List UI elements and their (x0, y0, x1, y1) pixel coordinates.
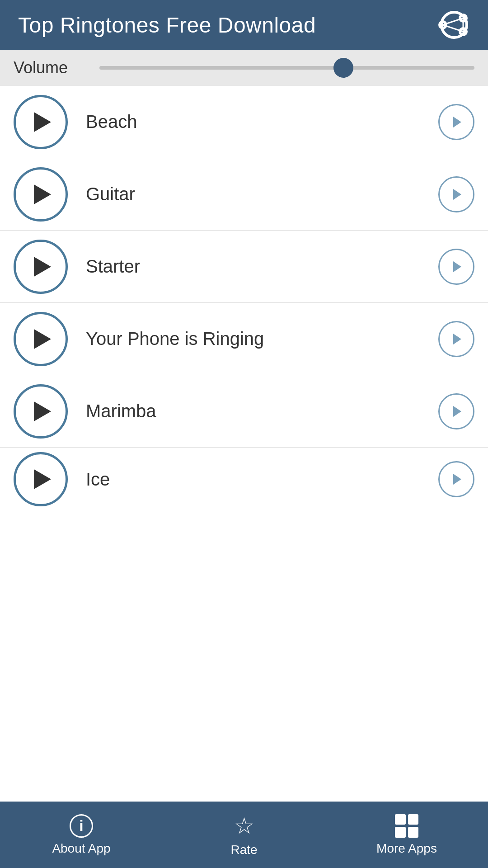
nav-about-label: About App (52, 841, 110, 856)
volume-slider[interactable] (99, 65, 474, 71)
volume-control: Volume (0, 50, 488, 86)
ringtone-list: Beach Guitar Starter Your Phone is Ringi… (0, 86, 488, 802)
nav-more-label: More Apps (376, 841, 437, 856)
ringtone-name-beach: Beach (68, 112, 438, 132)
play-button-marimba[interactable] (14, 384, 68, 439)
play-icon (34, 112, 51, 132)
nav-more-apps[interactable]: More Apps (325, 802, 488, 868)
play-button-starter[interactable] (14, 240, 68, 294)
ringtone-item: Starter (0, 231, 488, 303)
ringtone-item: Guitar (0, 158, 488, 231)
detail-button-beach[interactable] (438, 104, 474, 140)
star-icon: ☆ (234, 813, 254, 839)
app-header: Top Ringtones Free Download (0, 0, 488, 50)
chevron-right-icon (453, 474, 461, 485)
grid-icon (395, 814, 418, 838)
play-button-guitar[interactable] (14, 167, 68, 222)
chevron-right-icon (453, 334, 461, 344)
chevron-right-icon (453, 406, 461, 417)
chevron-right-icon (453, 261, 461, 272)
ringtone-item: Beach (0, 86, 488, 158)
detail-button-phone-ringing[interactable] (438, 321, 474, 357)
detail-button-ice[interactable] (438, 461, 474, 497)
play-icon (34, 184, 51, 204)
play-icon (34, 469, 51, 489)
chevron-right-icon (453, 189, 461, 200)
play-button-phone-ringing[interactable] (14, 312, 68, 366)
volume-label: Volume (14, 58, 86, 77)
svg-line-5 (443, 25, 463, 32)
play-icon (34, 401, 51, 421)
ringtone-name-marimba: Marimba (68, 401, 438, 421)
play-button-ice[interactable] (14, 452, 68, 506)
play-icon (34, 257, 51, 277)
volume-track (99, 66, 474, 70)
play-icon (34, 329, 51, 349)
chevron-right-icon (453, 117, 461, 127)
sync-icon[interactable] (438, 9, 470, 41)
nav-about-app[interactable]: i About App (0, 802, 163, 868)
ringtone-name-starter: Starter (68, 256, 438, 277)
detail-button-guitar[interactable] (438, 176, 474, 212)
svg-line-4 (443, 18, 463, 25)
ringtone-name-ice: Ice (68, 469, 438, 490)
nav-rate[interactable]: ☆ Rate (163, 802, 325, 868)
detail-button-marimba[interactable] (438, 393, 474, 429)
bottom-nav: i About App ☆ Rate More Apps (0, 802, 488, 868)
info-icon: i (70, 814, 93, 838)
ringtone-name-guitar: Guitar (68, 184, 438, 204)
app-title: Top Ringtones Free Download (18, 13, 316, 38)
play-button-beach[interactable] (14, 95, 68, 149)
nav-rate-label: Rate (230, 843, 257, 857)
ringtone-item: Marimba (0, 375, 488, 448)
ringtone-name-phone-ringing: Your Phone is Ringing (68, 329, 438, 349)
ringtone-item-partial: Ice (0, 448, 488, 511)
volume-thumb[interactable] (333, 58, 353, 78)
detail-button-starter[interactable] (438, 249, 474, 285)
ringtone-item: Your Phone is Ringing (0, 303, 488, 375)
